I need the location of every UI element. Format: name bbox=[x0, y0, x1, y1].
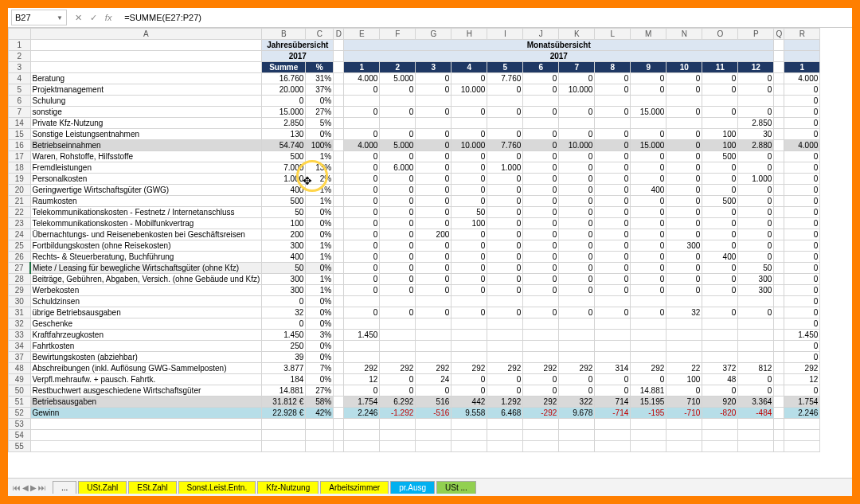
cell-summe[interactable]: 0 bbox=[262, 296, 306, 307]
cell-month[interactable]: 442 bbox=[452, 397, 487, 408]
cell-month[interactable]: 10.000 bbox=[452, 84, 487, 96]
cell-month[interactable] bbox=[559, 296, 595, 307]
cell-summe[interactable]: 250 bbox=[262, 341, 306, 352]
cell-pct[interactable]: 1% bbox=[306, 274, 334, 285]
cell-month[interactable] bbox=[595, 330, 631, 341]
cell-month[interactable]: 0 bbox=[702, 385, 738, 397]
cell-right[interactable]: 0 bbox=[784, 307, 820, 318]
cell-right[interactable]: 0 bbox=[784, 129, 820, 140]
cell-month[interactable]: 0 bbox=[523, 107, 559, 118]
cell-month[interactable]: 0 bbox=[559, 207, 595, 218]
cell-month[interactable]: 0 bbox=[631, 274, 666, 285]
cell-summe[interactable]: 300 bbox=[262, 285, 306, 296]
cell-month[interactable]: 0 bbox=[380, 307, 416, 318]
cell-month[interactable]: 0 bbox=[631, 263, 666, 274]
cell-right[interactable]: 0 bbox=[784, 296, 820, 307]
cell-month[interactable] bbox=[523, 96, 559, 107]
cell-pct[interactable]: 7% bbox=[306, 363, 334, 374]
cell-month[interactable]: 0 bbox=[416, 162, 452, 174]
cell-month[interactable]: 0 bbox=[738, 307, 774, 318]
row-label[interactable]: Bewirtungskosten (abziehbar) bbox=[30, 352, 262, 363]
col-header[interactable]: M bbox=[631, 29, 666, 40]
cell-month[interactable]: 0 bbox=[452, 196, 487, 207]
cell-month[interactable]: 0 bbox=[452, 185, 487, 196]
cell-month[interactable]: 5.000 bbox=[380, 140, 416, 151]
empty-cell[interactable] bbox=[452, 441, 487, 452]
empty-cell[interactable] bbox=[380, 441, 416, 452]
empty-cell[interactable] bbox=[30, 441, 262, 452]
cell-month[interactable]: 48 bbox=[702, 374, 738, 385]
cell-month[interactable] bbox=[631, 118, 666, 129]
cell-pct[interactable]: 13% bbox=[306, 162, 334, 174]
cell-month[interactable]: 0 bbox=[452, 107, 487, 118]
empty-cell[interactable] bbox=[416, 441, 452, 452]
cell-month[interactable] bbox=[487, 96, 523, 107]
cell-month[interactable] bbox=[344, 318, 380, 330]
cell-month[interactable]: 0 bbox=[595, 274, 631, 285]
cell-month[interactable]: 0 bbox=[738, 73, 774, 84]
empty-cell[interactable] bbox=[30, 430, 262, 441]
cell-month[interactable]: 0 bbox=[523, 374, 559, 385]
empty-cell[interactable] bbox=[784, 430, 820, 441]
cell-month[interactable]: 0 bbox=[595, 218, 631, 229]
cell-month[interactable]: -1.292 bbox=[380, 408, 416, 419]
cell-month[interactable]: 0 bbox=[452, 162, 487, 174]
row-header[interactable]: 49 bbox=[9, 374, 31, 385]
row-label[interactable]: Raumkosten bbox=[30, 196, 262, 207]
col-header[interactable]: K bbox=[559, 29, 595, 40]
cell-pct[interactable]: 37% bbox=[306, 84, 334, 96]
row-label[interactable]: Telekommunikationskosten - Festnetz / In… bbox=[30, 207, 262, 218]
cell-month[interactable]: 0 bbox=[487, 240, 523, 252]
empty-cell[interactable] bbox=[262, 441, 306, 452]
cell-month[interactable]: 200 bbox=[416, 229, 452, 240]
cell-month[interactable] bbox=[487, 296, 523, 307]
cell-month[interactable]: 4.000 bbox=[344, 140, 380, 151]
col-header[interactable]: C bbox=[306, 29, 334, 40]
cell-month[interactable]: 0 bbox=[702, 107, 738, 118]
cell-month[interactable] bbox=[666, 118, 702, 129]
cell-month[interactable]: 0 bbox=[416, 174, 452, 185]
cell-summe[interactable]: 300 bbox=[262, 240, 306, 252]
cell-month[interactable]: 500 bbox=[702, 151, 738, 162]
cell-month[interactable] bbox=[595, 318, 631, 330]
empty-cell[interactable] bbox=[416, 419, 452, 430]
cell-month[interactable]: 0 bbox=[344, 307, 380, 318]
cell-pct[interactable]: 0% bbox=[306, 263, 334, 274]
cell-month[interactable]: 0 bbox=[666, 229, 702, 240]
cell-month[interactable] bbox=[559, 318, 595, 330]
empty-cell[interactable] bbox=[487, 419, 523, 430]
cell-month[interactable]: 0 bbox=[595, 263, 631, 274]
cell-month[interactable]: 0 bbox=[738, 229, 774, 240]
cell-month[interactable]: 0 bbox=[523, 274, 559, 285]
cell-month[interactable] bbox=[738, 296, 774, 307]
empty-cell[interactable] bbox=[774, 441, 784, 452]
cell-month[interactable]: 0 bbox=[702, 263, 738, 274]
cell-right[interactable]: 0 bbox=[784, 385, 820, 397]
cell-month[interactable]: 292 bbox=[559, 363, 595, 374]
cell-month[interactable]: 0 bbox=[666, 252, 702, 263]
cell-month[interactable] bbox=[666, 296, 702, 307]
cell-month[interactable]: 0 bbox=[631, 229, 666, 240]
row-header[interactable]: 20 bbox=[9, 185, 31, 196]
cell-month[interactable]: 30 bbox=[738, 129, 774, 140]
empty-cell[interactable] bbox=[452, 419, 487, 430]
cell-month[interactable]: 0 bbox=[380, 240, 416, 252]
cell-month[interactable] bbox=[380, 330, 416, 341]
cell-month[interactable]: 14.881 bbox=[631, 385, 666, 397]
cell-month[interactable]: 0 bbox=[595, 285, 631, 296]
cell-summe[interactable]: 2.850 bbox=[262, 118, 306, 129]
empty-cell[interactable] bbox=[631, 441, 666, 452]
cell-month[interactable] bbox=[595, 352, 631, 363]
cell-month[interactable]: 710 bbox=[666, 397, 702, 408]
cell-month[interactable]: 0 bbox=[595, 385, 631, 397]
row-header[interactable]: 29 bbox=[9, 285, 31, 296]
cell-month[interactable]: 292 bbox=[523, 397, 559, 408]
cell-right[interactable]: 0 bbox=[784, 274, 820, 285]
cell-month[interactable] bbox=[595, 118, 631, 129]
cell-month[interactable] bbox=[380, 296, 416, 307]
cell-summe[interactable]: 300 bbox=[262, 274, 306, 285]
cell-pct[interactable]: 3% bbox=[306, 330, 334, 341]
cell-month[interactable]: 0 bbox=[380, 185, 416, 196]
cell-month[interactable] bbox=[452, 341, 487, 352]
cell-month[interactable]: 0 bbox=[487, 263, 523, 274]
